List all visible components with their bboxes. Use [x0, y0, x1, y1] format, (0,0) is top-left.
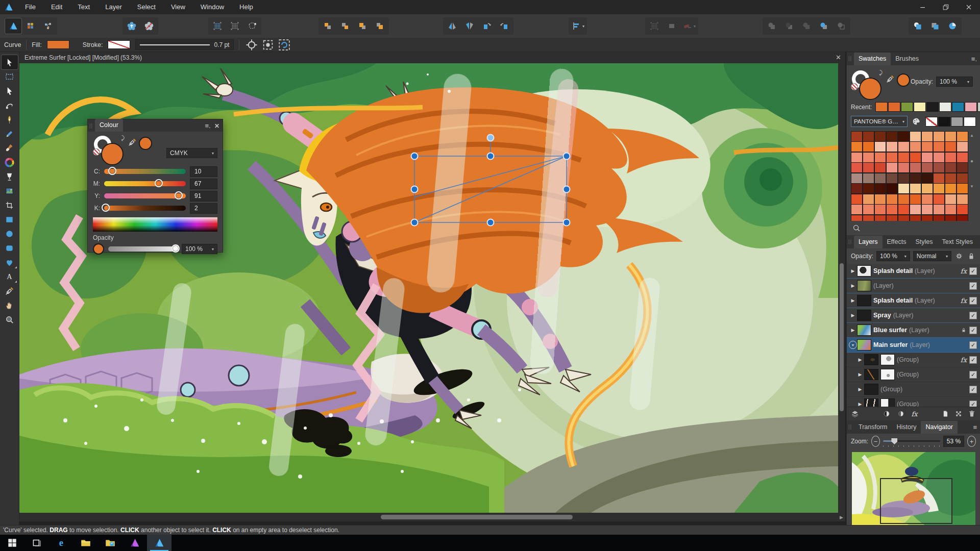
panel-grip[interactable]: || [89, 123, 93, 129]
expand-icon[interactable]: ▶ [849, 283, 857, 288]
rotate-ccw-button[interactable] [479, 18, 495, 34]
slider-handle[interactable] [102, 204, 110, 212]
layer-visibility-checkbox[interactable]: ✓ [969, 356, 977, 364]
swatch-cell[interactable] [921, 194, 933, 205]
layer-visibility-checkbox[interactable]: ✓ [969, 282, 977, 290]
layer-thumbnail[interactable] [864, 384, 878, 395]
swatch-none[interactable] [925, 117, 938, 127]
layer-thumbnail[interactable] [857, 265, 871, 277]
transform-cage-toggle-button[interactable] [244, 18, 260, 34]
slider-handle[interactable] [155, 179, 163, 187]
colour-mode-select[interactable]: CMYK▾ [166, 148, 217, 158]
taskbar-edge-browser[interactable]: e [49, 535, 74, 551]
tab-history[interactable]: History [892, 421, 921, 434]
swatch-cell[interactable] [863, 215, 874, 221]
menu-view[interactable]: View [163, 0, 193, 14]
rectangle-tool[interactable] [2, 212, 18, 227]
taskbar-folder-sync[interactable] [98, 535, 122, 551]
rotate-cw-button[interactable] [496, 18, 512, 34]
expand-icon[interactable]: ▶ [856, 387, 864, 392]
panel-grip[interactable]: || [848, 56, 852, 61]
swatch-cell[interactable] [898, 194, 910, 205]
boolean-combine-button[interactable] [833, 18, 849, 34]
layer-row-item[interactable]: ▶(Group)✓ [847, 397, 980, 407]
swatch-cell[interactable] [957, 131, 968, 142]
panel-grip[interactable]: || [848, 424, 852, 430]
move-tool[interactable] [2, 55, 18, 69]
menu-text[interactable]: Text [70, 0, 97, 14]
layer-row-item[interactable]: ▶(Group)✓ [847, 367, 980, 382]
arrange-forward-button[interactable] [354, 18, 371, 34]
swatch-cell[interactable] [910, 194, 921, 205]
insert-replace-button[interactable] [910, 18, 926, 34]
swatch-cell[interactable] [945, 204, 957, 215]
erase-mode-button[interactable]: ▾ [681, 18, 697, 34]
layer-visibility-checkbox[interactable]: ✓ [969, 386, 977, 393]
eyedropper-icon[interactable] [128, 138, 137, 147]
view-tool[interactable] [2, 298, 18, 312]
layer-thumbnail[interactable] [880, 398, 895, 407]
window-close-button[interactable] [957, 0, 980, 14]
boolean-divide-button[interactable] [816, 18, 832, 34]
swatch-cell[interactable] [874, 215, 886, 221]
snapping-candidates-button[interactable] [244, 39, 259, 51]
colour-panel-header[interactable]: || Colour ≡. ✕ [88, 119, 223, 132]
tab-colour[interactable]: Colour [95, 119, 123, 132]
swatch-cell[interactable] [945, 131, 957, 142]
recent-swatch[interactable] [901, 102, 913, 112]
designer-persona-button[interactable] [5, 18, 21, 34]
slider-value[interactable]: 10 [190, 166, 217, 177]
slider-track[interactable] [104, 193, 186, 198]
pixel-align-toggle-button[interactable] [227, 18, 243, 34]
swatch-cell[interactable] [945, 194, 957, 205]
fill-circle-icon[interactable] [859, 78, 881, 100]
swatch-cell[interactable] [886, 204, 898, 215]
stroke-width-field[interactable]: 0.7 pt [135, 39, 234, 50]
swap-fill-stroke-icon[interactable]: ⤸ [121, 135, 125, 141]
swatch-grid-scrollbar[interactable]: ▲●▼ [968, 131, 975, 221]
close-document-icon[interactable]: ✕ [836, 52, 841, 63]
swatch-cell[interactable] [945, 215, 957, 221]
new-layer-icon[interactable] [941, 410, 949, 418]
artboard-tool[interactable] [2, 69, 18, 84]
panel-menu-icon[interactable]: ≡ [973, 423, 977, 431]
layer-thumbnail[interactable] [857, 310, 871, 321]
document-tab[interactable]: Extreme Surfer [Locked] [Modified] (53.3… [19, 52, 845, 63]
slider-track[interactable] [104, 181, 186, 186]
place-image-tool[interactable] [2, 184, 18, 198]
recent-swatch[interactable] [952, 102, 964, 112]
swatch-cell[interactable] [874, 152, 886, 163]
layer-fx-icon[interactable]: fx [961, 297, 967, 305]
swatch-cell[interactable] [921, 204, 933, 215]
cycle-selection-box-button[interactable] [261, 39, 275, 51]
swatch-cell[interactable] [957, 152, 968, 163]
layer-thumbnail[interactable] [857, 324, 871, 336]
vector-crop-tool[interactable] [2, 198, 18, 212]
zoom-tool[interactable] [2, 312, 18, 327]
swatch-cell[interactable] [945, 162, 957, 173]
layer-row-splash-detail[interactable]: ▶Splash detail(Layer)fx✓ [847, 293, 980, 308]
layer-thumbnail[interactable] [864, 369, 878, 380]
layer-thumbnail[interactable] [857, 280, 871, 291]
recent-swatch[interactable] [888, 102, 900, 112]
flower-arrow-toggle-button[interactable] [124, 18, 140, 34]
layers-stack-icon[interactable] [851, 410, 859, 418]
expand-icon[interactable]: ▶ [856, 372, 864, 377]
swatch-cell[interactable] [874, 194, 886, 205]
layer-thumbnail[interactable] [857, 295, 871, 306]
taskbar-task-view[interactable] [24, 535, 49, 551]
swatch-cell[interactable] [933, 194, 945, 205]
panel-grip[interactable]: || [848, 239, 852, 244]
expand-icon[interactable]: ▶ [849, 298, 857, 303]
swatch-cell[interactable] [910, 141, 921, 152]
stroke-color-swatch[interactable] [108, 40, 130, 49]
gear-icon[interactable] [954, 252, 964, 261]
layer-row-item[interactable]: ▶(Group)fx✓ [847, 353, 980, 367]
canvas-horizontal-scrollbar[interactable]: ▶ [19, 513, 845, 521]
swatch-cell[interactable] [957, 162, 968, 173]
swatch-cell[interactable] [898, 141, 910, 152]
insert-inside-button[interactable] [927, 18, 943, 34]
slider-track[interactable] [104, 169, 186, 174]
swatch-cell[interactable] [851, 183, 863, 194]
swatch-cell[interactable] [898, 183, 910, 194]
